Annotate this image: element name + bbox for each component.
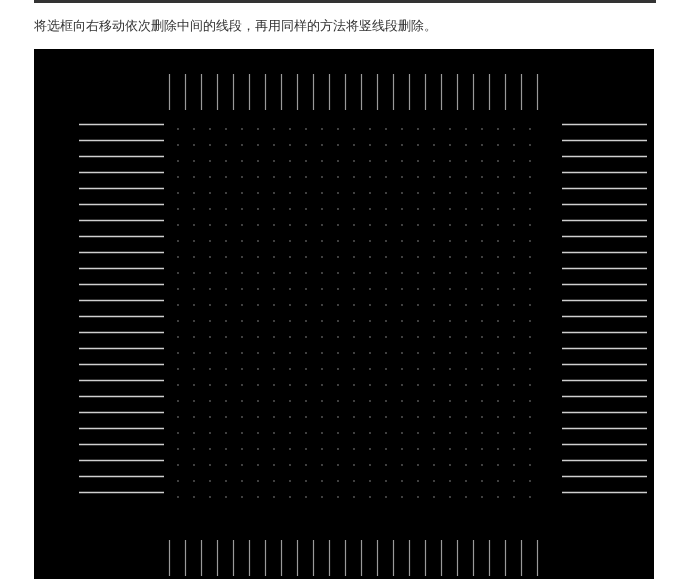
svg-point-445: [225, 368, 227, 370]
svg-point-265: [289, 240, 291, 242]
svg-point-214: [209, 208, 211, 210]
svg-point-402: [273, 336, 275, 338]
svg-point-379: [273, 320, 275, 322]
svg-point-117: [497, 128, 499, 130]
svg-point-258: [177, 240, 179, 242]
svg-point-612: [321, 480, 323, 482]
svg-point-614: [353, 480, 355, 482]
svg-point-585: [257, 464, 259, 466]
svg-point-428: [321, 352, 323, 354]
svg-point-533: [529, 416, 531, 418]
svg-point-206: [449, 192, 451, 194]
svg-point-229: [449, 208, 451, 210]
svg-point-227: [417, 208, 419, 210]
svg-point-536: [209, 432, 211, 434]
svg-point-546: [369, 432, 371, 434]
svg-point-144: [193, 160, 195, 162]
svg-point-280: [529, 240, 531, 242]
svg-point-169: [225, 176, 227, 178]
svg-point-580: [177, 464, 179, 466]
svg-point-521: [337, 416, 339, 418]
svg-point-207: [465, 192, 467, 194]
svg-point-435: [433, 352, 435, 354]
svg-point-508: [497, 400, 499, 402]
svg-point-151: [305, 160, 307, 162]
svg-point-550: [433, 432, 435, 434]
svg-point-247: [369, 224, 371, 226]
svg-point-555: [513, 432, 515, 434]
svg-point-487: [529, 384, 531, 386]
svg-point-525: [401, 416, 403, 418]
svg-point-469: [241, 384, 243, 386]
svg-point-484: [481, 384, 483, 386]
svg-point-97: [177, 128, 179, 130]
svg-point-254: [481, 224, 483, 226]
svg-point-503: [417, 400, 419, 402]
svg-point-415: [481, 336, 483, 338]
svg-point-145: [209, 160, 211, 162]
svg-point-416: [497, 336, 499, 338]
svg-point-613: [337, 480, 339, 482]
svg-point-269: [353, 240, 355, 242]
svg-point-248: [385, 224, 387, 226]
svg-point-616: [385, 480, 387, 482]
svg-rect-0: [34, 49, 654, 579]
svg-point-353: [225, 304, 227, 306]
svg-point-479: [401, 384, 403, 386]
svg-point-460: [465, 368, 467, 370]
svg-point-182: [433, 176, 435, 178]
svg-point-367: [449, 304, 451, 306]
svg-point-608: [257, 480, 259, 482]
svg-point-139: [481, 144, 483, 146]
svg-point-282: [193, 256, 195, 258]
svg-point-313: [321, 272, 323, 274]
svg-point-421: [209, 352, 211, 354]
svg-point-592: [369, 464, 371, 466]
svg-point-482: [449, 384, 451, 386]
svg-point-473: [305, 384, 307, 386]
svg-point-224: [369, 208, 371, 210]
svg-point-483: [465, 384, 467, 386]
svg-point-345: [465, 288, 467, 290]
svg-point-99: [209, 128, 211, 130]
svg-point-264: [273, 240, 275, 242]
svg-point-438: [481, 352, 483, 354]
svg-point-126: [273, 144, 275, 146]
svg-point-270: [369, 240, 371, 242]
svg-point-273: [417, 240, 419, 242]
svg-point-448: [273, 368, 275, 370]
svg-point-186: [497, 176, 499, 178]
svg-point-108: [353, 128, 355, 130]
svg-point-529: [465, 416, 467, 418]
svg-point-281: [177, 256, 179, 258]
svg-point-377: [241, 320, 243, 322]
svg-point-123: [225, 144, 227, 146]
svg-point-515: [241, 416, 243, 418]
svg-point-492: [241, 400, 243, 402]
svg-point-434: [417, 352, 419, 354]
svg-point-384: [353, 320, 355, 322]
svg-point-146: [225, 160, 227, 162]
svg-point-542: [305, 432, 307, 434]
svg-point-630: [241, 496, 243, 498]
svg-point-513: [209, 416, 211, 418]
svg-point-465: [177, 384, 179, 386]
svg-point-406: [337, 336, 339, 338]
svg-point-230: [465, 208, 467, 210]
svg-point-475: [337, 384, 339, 386]
svg-point-121: [193, 144, 195, 146]
svg-point-459: [449, 368, 451, 370]
svg-point-643: [449, 496, 451, 498]
svg-point-309: [257, 272, 259, 274]
svg-point-252: [449, 224, 451, 226]
svg-point-245: [337, 224, 339, 226]
svg-point-386: [385, 320, 387, 322]
svg-point-480: [417, 384, 419, 386]
svg-point-233: [513, 208, 515, 210]
svg-point-293: [369, 256, 371, 258]
svg-point-637: [353, 496, 355, 498]
svg-point-171: [257, 176, 259, 178]
svg-point-509: [513, 400, 515, 402]
svg-point-462: [497, 368, 499, 370]
svg-point-433: [401, 352, 403, 354]
